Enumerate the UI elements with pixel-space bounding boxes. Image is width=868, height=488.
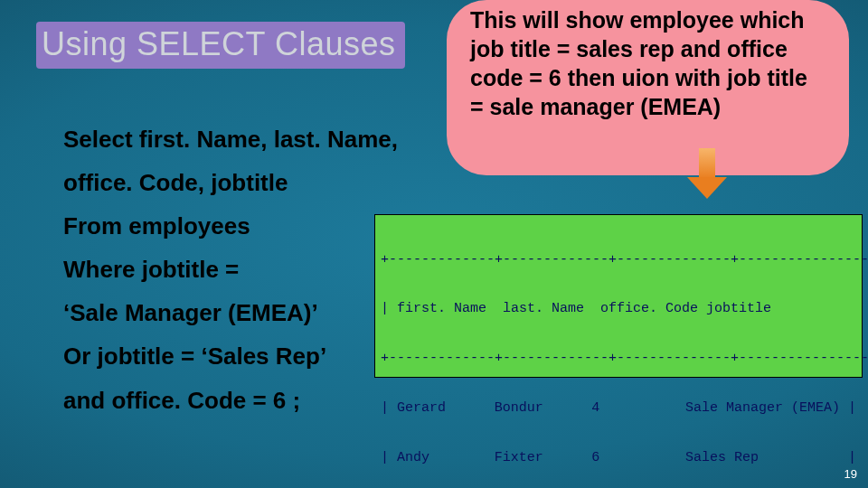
sql-code-block: Select first. Name, last. Name, office. …: [63, 117, 398, 422]
sql-line: From employees: [63, 204, 398, 248]
col-header: jobtitle |: [698, 301, 868, 317]
sql-line: office. Code, jobtitle: [63, 161, 398, 204]
explanation-callout: This will show employee which job title …: [447, 0, 849, 175]
col-header: office. Code: [584, 301, 698, 317]
table-row: | Andy Fixter 6 Sales Rep |: [381, 450, 856, 466]
separator: +-------------+-------------+-----------…: [381, 351, 856, 367]
col-header: last. Name: [486, 301, 584, 317]
sql-line: Select first. Name, last. Name,: [63, 117, 398, 161]
title-band: Using SELECT Clauses: [36, 22, 405, 69]
slide-title: Using SELECT Clauses: [42, 25, 400, 63]
sql-line: Or jobtitle = ‘Sales Rep’: [63, 334, 398, 378]
page-number: 19: [844, 467, 857, 481]
down-arrow-icon: [687, 148, 727, 199]
sql-line: and office. Code = 6 ;: [63, 379, 398, 422]
separator: +-------------+-------------+-----------…: [381, 252, 856, 268]
query-result-terminal: +-------------+-------------+-----------…: [374, 214, 863, 378]
sql-line: Where jobtitle =: [63, 248, 398, 291]
slide: Using SELECT Clauses Select first. Name,…: [0, 0, 868, 488]
table-row: | Gerard Bondur 4 Sale Manager (EMEA) |: [381, 400, 856, 417]
callout-text: This will show employee which job title …: [470, 7, 807, 119]
col-header: | first. Name: [381, 301, 486, 317]
sql-line: ‘Sale Manager (EMEA)’: [63, 291, 398, 334]
table-header: | first. Name last. Name office. Code jo…: [381, 301, 856, 317]
